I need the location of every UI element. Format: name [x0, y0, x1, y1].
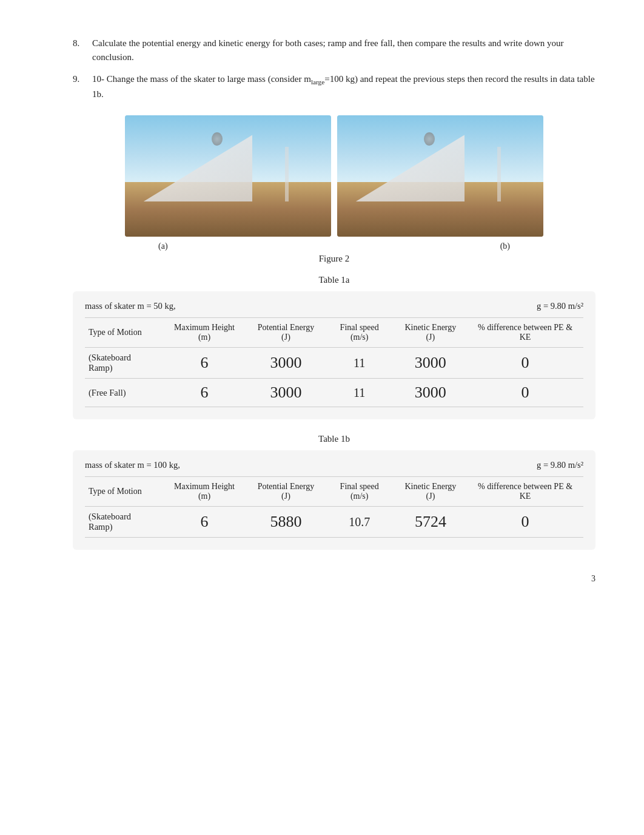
instruction-item-9: 9. 10- Change the mass of the skater to …	[73, 72, 595, 101]
table-1b-title: Table 1b	[73, 434, 595, 444]
table-1b-g: g = 9.80 m/s²	[537, 460, 583, 470]
col-pct-diff-1b: % difference between PE & KE	[467, 477, 583, 507]
col-kinetic-energy-1a: Kinetic Energy (J)	[394, 318, 468, 348]
figure-label-b: (b)	[500, 242, 510, 251]
table-row: (Free Fall) 6 3000 11 3000 0	[85, 379, 583, 407]
row-1a-1-ke: 3000	[394, 379, 468, 407]
row-1a-0-height: 6	[162, 348, 247, 379]
row-1a-1-pe: 3000	[247, 379, 325, 407]
col-potential-energy-1b: Potential Energy (J)	[247, 477, 325, 507]
table-1b-mass: mass of skater m = 100 kg,	[85, 460, 180, 470]
row-1a-0-speed: 11	[325, 348, 394, 379]
table-row: (Skateboard Ramp) 6 3000 11 3000 0	[85, 348, 583, 379]
col-type-of-motion-1b: Type of Motion	[85, 477, 162, 507]
table-1b-header-row: Type of Motion Maximum Height (m) Potent…	[85, 477, 583, 507]
figure-label-a: (a)	[158, 242, 168, 251]
col-kinetic-energy-1b: Kinetic Energy (J)	[394, 477, 467, 507]
row-1a-1-pct: 0	[467, 379, 583, 407]
figure-caption: Figure 2	[319, 254, 349, 264]
table-1b-wrapper: mass of skater m = 100 kg, g = 9.80 m/s²…	[73, 450, 595, 550]
figure-images-row	[125, 115, 543, 237]
table-1a-g: g = 9.80 m/s²	[537, 301, 583, 311]
page-number: 3	[73, 574, 595, 584]
figure-label-row: (a) (b)	[122, 242, 546, 251]
col-final-speed-1b: Final speed (m/s)	[325, 477, 394, 507]
row-1a-0-type: (Skateboard Ramp)	[85, 348, 162, 379]
instruction-num-9: 9.	[73, 72, 92, 101]
figure-image-b	[337, 115, 543, 237]
table-1b: Type of Motion Maximum Height (m) Potent…	[85, 476, 583, 538]
row-1a-1-speed: 11	[325, 379, 394, 407]
table-1a-title: Table 1a	[73, 275, 595, 285]
table-row: (Skateboard Ramp) 6 5880 10.7 5724 0	[85, 507, 583, 538]
col-potential-energy-1a: Potential Energy (J)	[247, 318, 325, 348]
table-1a-mass: mass of skater m = 50 kg,	[85, 301, 176, 311]
instruction-text-8: Calculate the potential energy and kinet…	[92, 36, 595, 64]
row-1b-0-height: 6	[162, 507, 247, 538]
instructions-section: 8. Calculate the potential energy and ki…	[73, 36, 595, 101]
figure-image-a	[125, 115, 331, 237]
row-1a-0-pct: 0	[467, 348, 583, 379]
row-1b-0-pe: 5880	[247, 507, 325, 538]
row-1a-0-ke: 3000	[394, 348, 468, 379]
row-1a-1-type: (Free Fall)	[85, 379, 162, 407]
table-1a: Type of Motion Maximum Height (m) Potent…	[85, 317, 583, 407]
row-1b-0-speed: 10.7	[325, 507, 394, 538]
row-1b-0-pct: 0	[467, 507, 583, 538]
table-1a-header-row: Type of Motion Maximum Height (m) Potent…	[85, 318, 583, 348]
table-1a-wrapper: mass of skater m = 50 kg, g = 9.80 m/s² …	[73, 291, 595, 419]
col-pct-diff-1a: % difference between PE & KE	[467, 318, 583, 348]
row-1b-0-type: (Skateboard Ramp)	[85, 507, 162, 538]
instruction-num-8: 8.	[73, 36, 92, 64]
table-1a-meta: mass of skater m = 50 kg, g = 9.80 m/s²	[85, 301, 583, 311]
instruction-item-8: 8. Calculate the potential energy and ki…	[73, 36, 595, 64]
col-max-height-1a: Maximum Height (m)	[162, 318, 247, 348]
row-1b-0-ke: 5724	[394, 507, 467, 538]
col-type-of-motion-1a: Type of Motion	[85, 318, 162, 348]
col-final-speed-1a: Final speed (m/s)	[325, 318, 394, 348]
row-1a-0-pe: 3000	[247, 348, 325, 379]
table-1b-meta: mass of skater m = 100 kg, g = 9.80 m/s²	[85, 460, 583, 470]
figure-2-container: (a) (b) Figure 2	[73, 115, 595, 264]
instruction-text-9: 10- Change the mass of the skater to lar…	[92, 72, 595, 101]
col-max-height-1b: Maximum Height (m)	[162, 477, 247, 507]
row-1a-1-height: 6	[162, 379, 247, 407]
